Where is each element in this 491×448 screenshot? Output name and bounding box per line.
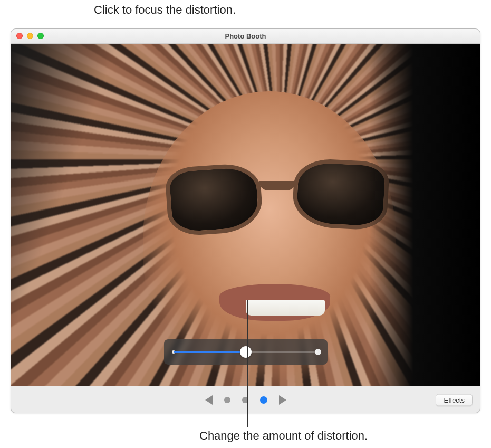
effects-button[interactable]: Effects (436, 394, 473, 406)
distortion-slider-panel (164, 339, 328, 365)
close-button[interactable] (16, 33, 23, 39)
callout-change-distortion: Change the amount of distortion. (199, 429, 368, 443)
mode-dot-3[interactable] (260, 396, 267, 404)
sunglass-lens-left (165, 162, 264, 237)
next-effect-button[interactable] (279, 395, 286, 405)
previous-effect-button[interactable] (205, 395, 213, 405)
distortion-slider-thumb[interactable] (240, 346, 252, 358)
traffic-lights (16, 33, 44, 39)
photo-preview-area[interactable] (11, 44, 480, 386)
subject-teeth (246, 300, 325, 316)
sunglass-bridge (259, 181, 296, 190)
slider-max-icon (315, 349, 321, 355)
bottom-toolbar: Effects (11, 386, 480, 413)
subject-sunglasses (167, 160, 388, 239)
zoom-button[interactable] (37, 33, 44, 39)
slider-fill (174, 351, 246, 353)
dark-background-right (369, 44, 480, 386)
minimize-button[interactable] (27, 33, 33, 39)
window-title: Photo Booth (225, 32, 266, 40)
distortion-slider-track[interactable] (174, 351, 318, 353)
titlebar: Photo Booth (11, 29, 480, 44)
app-window: Photo Booth Eff (11, 28, 480, 413)
callout-focus-distortion: Click to focus the distortion. (94, 3, 236, 17)
callout-line-bottom (247, 300, 248, 427)
mode-dot-1[interactable] (224, 397, 230, 403)
mode-controls (205, 395, 286, 405)
